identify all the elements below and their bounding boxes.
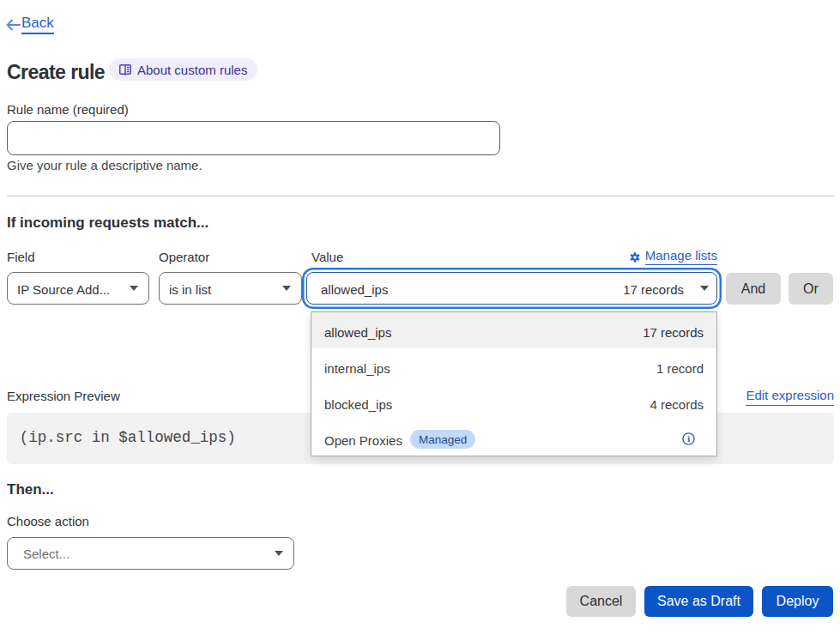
svg-text:i: i [687,434,690,444]
